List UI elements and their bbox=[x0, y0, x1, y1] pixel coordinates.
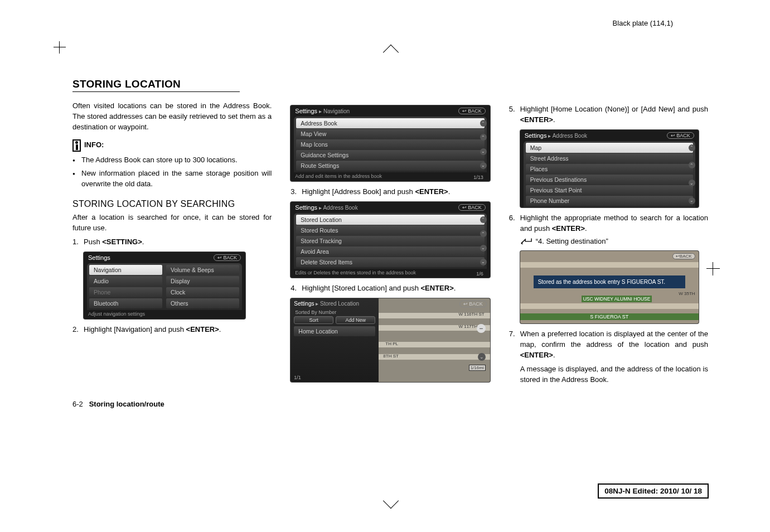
info-label: INFO: bbox=[84, 140, 104, 151]
reference-icon bbox=[520, 237, 532, 246]
back-button[interactable]: ↩BACK bbox=[672, 253, 695, 259]
page-footer: 6-2 Storing location/route bbox=[72, 400, 708, 408]
intro-paragraph: Often visited locations can be stored in… bbox=[72, 101, 272, 133]
menu-item[interactable]: Map Icons bbox=[296, 139, 484, 149]
step-1: 1. Push <SETTING>. bbox=[72, 237, 272, 248]
page-indicator: 1/1 bbox=[294, 375, 301, 380]
screenshot-stored-confirmation: ↩BACK Stored as the address book entry S… bbox=[520, 251, 699, 323]
shot-footer: Edits or Deletes the entries stored in t… bbox=[290, 269, 490, 278]
sort-button[interactable]: Sort bbox=[294, 316, 333, 324]
menu-item[interactable]: Audio bbox=[89, 276, 162, 286]
crop-mark-right bbox=[706, 262, 720, 275]
menu-item[interactable]: Phone bbox=[89, 287, 162, 297]
menu-item[interactable]: Navigation bbox=[89, 265, 162, 275]
step-7: 7. When a preferred location is displaye… bbox=[509, 329, 708, 361]
menu-item[interactable]: Bluetooth bbox=[89, 298, 162, 308]
cross-reference: “4. Setting destination” bbox=[520, 237, 708, 246]
back-button[interactable]: ↩BACK bbox=[667, 132, 694, 139]
registration-mark-top bbox=[382, 45, 398, 60]
page-indicator: 1/13 bbox=[473, 175, 483, 180]
shot-title: Settings bbox=[88, 254, 110, 261]
subsection-heading: STORING LOCATION BY SEARCHING bbox=[72, 197, 272, 210]
step-3: 3. Highlight [Address Book] and push <EN… bbox=[290, 187, 490, 197]
menu-item[interactable]: Volume & Beeps bbox=[166, 265, 239, 275]
back-button[interactable]: ↩BACK bbox=[214, 254, 241, 261]
scroll-arrows[interactable]: ⌃⌃⌄⌄ bbox=[689, 144, 696, 204]
back-button[interactable]: ↩BACK bbox=[458, 108, 486, 114]
menu-item[interactable]: Stored Routes bbox=[296, 225, 484, 235]
add-new-button[interactable]: Add New bbox=[336, 316, 375, 324]
screenshot-settings: Settings ↩BACK Navigation Volume & Beeps… bbox=[84, 252, 245, 319]
menu-item[interactable]: Delete Stored Items bbox=[296, 257, 484, 267]
menu-item[interactable]: Clock bbox=[166, 287, 239, 297]
menu-item[interactable]: Phone Number bbox=[526, 196, 693, 206]
step-5: 5. Highlight [Home Location (None)] or [… bbox=[509, 104, 708, 125]
step-2: 2. Highlight [Navigation] and push <ENTE… bbox=[72, 325, 272, 335]
menu-item[interactable]: Display bbox=[166, 276, 239, 286]
info-icon bbox=[72, 139, 81, 152]
zoom-out-button[interactable]: − bbox=[477, 324, 486, 333]
menu-item[interactable]: Map bbox=[526, 143, 693, 153]
menu-item[interactable]: Avoid Area bbox=[296, 246, 484, 257]
confirmation-message: Stored as the address book entry S FIGUE… bbox=[534, 275, 685, 288]
street-label: W 35TH bbox=[679, 291, 695, 296]
menu-item[interactable]: Route Settings bbox=[296, 161, 484, 171]
back-button[interactable]: ↩BACK bbox=[458, 204, 486, 211]
subsection-intro: After a location is searched for once, i… bbox=[72, 212, 272, 234]
screenshot-navigation: Settings ▸ Navigation ↩BACK Address Book… bbox=[290, 105, 490, 181]
back-button[interactable]: ↩BACK bbox=[459, 301, 487, 307]
menu-item[interactable]: Address Book bbox=[296, 118, 484, 128]
scroll-arrows[interactable]: ⌃⌃⌄⌄ bbox=[480, 216, 488, 265]
sorted-label: Sorted By Number bbox=[293, 309, 376, 316]
scroll-down-icon[interactable]: ⌄ bbox=[478, 353, 486, 361]
street-name-band: S FIGUEROA ST bbox=[520, 313, 699, 320]
menu-item[interactable]: Places bbox=[526, 164, 693, 174]
menu-item[interactable]: Map View bbox=[296, 129, 484, 139]
menu-item[interactable]: Stored Location bbox=[296, 215, 484, 225]
step-7-note: A message is displayed, and the address … bbox=[520, 364, 708, 385]
scroll-arrows[interactable]: ⌃⌃⌄⌄ bbox=[480, 120, 488, 169]
plate-label: Black plate (114,1) bbox=[613, 19, 673, 27]
menu-item[interactable]: Others bbox=[166, 298, 239, 308]
menu-item[interactable]: Previous Start Point bbox=[526, 185, 693, 195]
menu-item[interactable]: Street Address bbox=[526, 153, 693, 163]
document-stamp: 08NJ-N Edited: 2010/ 10/ 18 bbox=[598, 483, 709, 499]
page-indicator: 1/6 bbox=[476, 271, 483, 277]
shot-footer: Adjust navigation settings bbox=[84, 310, 245, 319]
screenshot-address-book: Settings ▸ Address Book ↩BACK Stored Loc… bbox=[290, 202, 490, 278]
shot-title: Settings ▸ Navigation bbox=[295, 108, 350, 114]
section-title: STORING LOCATION bbox=[72, 78, 240, 92]
info-bullet: New information placed in the same stora… bbox=[72, 168, 272, 190]
step-6: 6. Highlight the appropriate method to s… bbox=[509, 213, 708, 234]
map-scale: 1/16mi bbox=[469, 365, 486, 371]
registration-mark-bottom bbox=[382, 493, 398, 509]
shot-footer: Add and edit items in the address book bbox=[290, 172, 490, 181]
step-4: 4. Highlight [Stored Location] and push … bbox=[290, 283, 490, 294]
menu-item[interactable]: Home Location bbox=[294, 326, 375, 336]
screenshot-stored-location: W 116TH ST W 117TH ST TH PL 8TH ST Setti… bbox=[290, 298, 490, 382]
menu-item[interactable]: Guidance Settings bbox=[296, 150, 484, 160]
menu-item[interactable]: Previous Destinations bbox=[526, 175, 693, 185]
poi-label: USC WIDNEY ALUMNI HOUSE bbox=[582, 296, 652, 302]
crop-mark-left bbox=[54, 41, 66, 54]
menu-item[interactable]: Stored Tracking bbox=[296, 236, 484, 246]
info-bullet: The Address Book can store up to 300 loc… bbox=[72, 155, 272, 166]
screenshot-address-book-methods: Settings ▸ Address Book ↩BACK Map Street… bbox=[520, 130, 699, 207]
